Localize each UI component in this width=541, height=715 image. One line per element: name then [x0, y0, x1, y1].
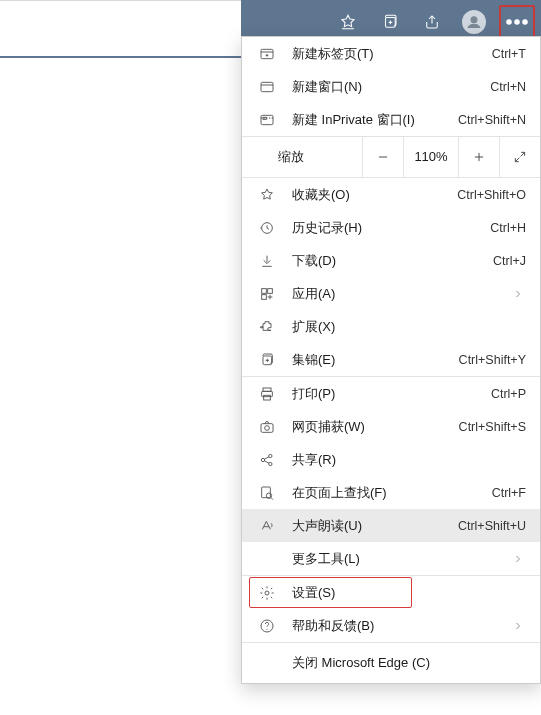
menu-web-capture[interactable]: 网页捕获(W) Ctrl+Shift+S	[242, 410, 540, 443]
menu-close-edge[interactable]: 关闭 Microsoft Edge (C)	[242, 643, 540, 683]
menu-label: 更多工具(L)	[292, 550, 360, 568]
menu-find-on-page[interactable]: 在页面上查找(F) Ctrl+F	[242, 476, 540, 509]
menu-shortcut: Ctrl+Shift+N	[458, 113, 526, 127]
menu-shortcut: Ctrl+Shift+S	[459, 420, 526, 434]
menu-share[interactable]: 共享(R)	[242, 443, 540, 476]
menu-history[interactable]: 历史记录(H) Ctrl+H	[242, 211, 540, 244]
svg-line-29	[521, 152, 525, 156]
menu-label: 下载(D)	[292, 252, 336, 270]
menu-print[interactable]: 打印(P) Ctrl+P	[242, 377, 540, 410]
capture-icon	[256, 419, 278, 435]
menu-label: 应用(A)	[292, 285, 335, 303]
menu-new-inprivate[interactable]: 新建 InPrivate 窗口(I) Ctrl+Shift+N	[242, 103, 540, 136]
menu-label: 打印(P)	[292, 385, 335, 403]
menu-label: 新建标签页(T)	[292, 45, 374, 63]
menu-favorites[interactable]: 收藏夹(O) Ctrl+Shift+O	[242, 178, 540, 211]
menu-shortcut: Ctrl+Shift+Y	[459, 353, 526, 367]
menu-shortcut: Ctrl+H	[490, 221, 526, 235]
collections-icon	[256, 352, 278, 368]
menu-shortcut: Ctrl+Shift+O	[457, 188, 526, 202]
svg-point-44	[265, 425, 270, 430]
menu-collections[interactable]: 集锦(E) Ctrl+Shift+Y	[242, 343, 540, 376]
menu-label: 集锦(E)	[292, 351, 335, 369]
new-tab-icon	[256, 46, 278, 62]
menu-shortcut: Ctrl+N	[490, 80, 526, 94]
menu-downloads[interactable]: 下载(D) Ctrl+J	[242, 244, 540, 277]
svg-line-48	[264, 456, 269, 459]
favorites-icon	[256, 187, 278, 203]
svg-point-15	[523, 20, 527, 24]
menu-label: 收藏夹(O)	[292, 186, 350, 204]
zoom-label: 缩放	[242, 148, 362, 166]
browser-window: 新建标签页(T) Ctrl+T 新建窗口(N) Ctrl+N 新建 InPriv…	[0, 0, 541, 715]
zoom-out-button[interactable]	[362, 137, 403, 177]
menu-help-feedback[interactable]: 帮助和反馈(B)	[242, 609, 540, 642]
menu-label: 新建窗口(N)	[292, 78, 362, 96]
svg-point-12	[471, 17, 477, 23]
menu-shortcut: Ctrl+T	[492, 47, 526, 61]
menu-read-aloud[interactable]: 大声朗读(U) Ctrl+Shift+U	[242, 509, 540, 542]
zoom-in-button[interactable]	[458, 137, 499, 177]
menu-label: 共享(R)	[292, 451, 336, 469]
chevron-right-icon	[510, 288, 526, 300]
print-icon	[256, 386, 278, 402]
menu-zoom-row: 缩放 110%	[242, 136, 540, 178]
svg-point-13	[507, 20, 511, 24]
find-icon	[256, 485, 278, 501]
svg-rect-34	[262, 294, 267, 299]
svg-line-52	[271, 497, 273, 499]
settings-icon	[256, 585, 278, 601]
page-top-border	[0, 56, 241, 58]
chevron-right-icon	[510, 553, 526, 565]
share-icon	[256, 452, 278, 468]
svg-line-49	[264, 460, 269, 463]
svg-rect-20	[261, 82, 273, 91]
svg-rect-33	[268, 288, 273, 293]
svg-rect-42	[264, 395, 271, 400]
svg-point-45	[261, 458, 264, 461]
address-bar-area[interactable]	[0, 0, 241, 45]
menu-label: 帮助和反馈(B)	[292, 617, 374, 635]
menu-label: 设置(S)	[292, 584, 335, 602]
svg-point-46	[269, 454, 272, 457]
inprivate-icon	[256, 112, 278, 128]
menu-shortcut: Ctrl+P	[491, 387, 526, 401]
menu-apps[interactable]: 应用(A)	[242, 277, 540, 310]
settings-and-more-menu: 新建标签页(T) Ctrl+T 新建窗口(N) Ctrl+N 新建 InPriv…	[241, 36, 541, 684]
svg-rect-32	[262, 288, 267, 293]
help-icon	[256, 618, 278, 634]
menu-label: 扩展(X)	[292, 318, 335, 336]
more-menu-button[interactable]	[499, 5, 535, 39]
download-icon	[256, 253, 278, 269]
menu-label: 历史记录(H)	[292, 219, 362, 237]
menu-new-window[interactable]: 新建窗口(N) Ctrl+N	[242, 70, 540, 103]
menu-settings[interactable]: 设置(S)	[242, 576, 540, 609]
menu-extensions[interactable]: 扩展(X)	[242, 310, 540, 343]
svg-point-47	[269, 462, 272, 465]
svg-line-28	[515, 158, 519, 162]
svg-rect-22	[261, 115, 273, 124]
read-aloud-icon	[256, 518, 278, 534]
menu-label: 新建 InPrivate 窗口(I)	[292, 111, 415, 129]
menu-shortcut: Ctrl+J	[493, 254, 526, 268]
history-icon	[256, 220, 278, 236]
fullscreen-button[interactable]	[499, 137, 540, 177]
svg-point-54	[265, 591, 269, 595]
menu-label: 关闭 Microsoft Edge (C)	[292, 654, 430, 672]
menu-label: 网页捕获(W)	[292, 418, 365, 436]
svg-point-56	[266, 628, 267, 629]
menu-more-tools[interactable]: 更多工具(L)	[242, 542, 540, 575]
menu-shortcut: Ctrl+Shift+U	[458, 519, 526, 533]
apps-icon	[256, 286, 278, 302]
svg-point-14	[515, 20, 519, 24]
menu-new-tab[interactable]: 新建标签页(T) Ctrl+T	[242, 37, 540, 70]
menu-shortcut: Ctrl+F	[492, 486, 526, 500]
svg-rect-40	[263, 388, 271, 391]
zoom-value: 110%	[403, 137, 458, 177]
menu-label: 大声朗读(U)	[292, 517, 362, 535]
menu-label: 在页面上查找(F)	[292, 484, 387, 502]
new-window-icon	[256, 79, 278, 95]
svg-rect-43	[261, 423, 273, 432]
extensions-icon	[256, 319, 278, 335]
chevron-right-icon	[510, 620, 526, 632]
